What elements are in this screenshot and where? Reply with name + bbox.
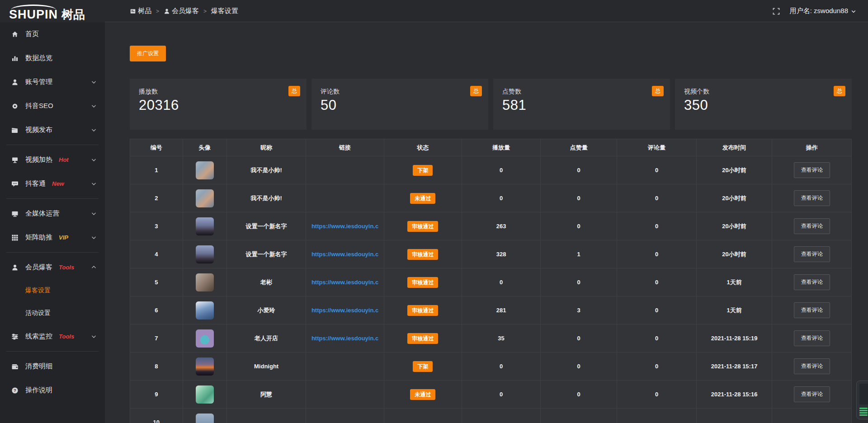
view-comments-button[interactable]: 查看评论: [794, 190, 830, 206]
sidebar-subitem-label: 活动设置: [25, 309, 51, 317]
view-comments-button[interactable]: 查看评论: [794, 246, 830, 262]
promo-settings-button[interactable]: 推广设置: [130, 46, 166, 61]
floating-widget-screen: [859, 384, 868, 404]
sidebar-subitem-baoke-settings[interactable]: 爆客设置: [0, 279, 105, 302]
chevron-down-icon: [91, 79, 97, 85]
sidebar-item-clue-monitor[interactable]: 线索监控Tools: [0, 324, 105, 348]
sidebar-item-badge: New: [52, 180, 64, 187]
stat-card: 评论数50总: [311, 79, 488, 130]
status-badge: 未通过: [410, 389, 435, 400]
table-row: 10: [130, 409, 852, 423]
cell-action: 查看评论: [772, 156, 852, 184]
sidebar-item-member-baoke[interactable]: 会员爆客Tools: [0, 255, 105, 279]
cell-nickname: 老彬: [226, 268, 306, 296]
cell-time: 1天前: [696, 268, 772, 296]
chevron-up-icon: [91, 264, 97, 270]
video-link[interactable]: https://www.iesdouyin.c: [311, 335, 378, 342]
cell-link: [306, 184, 384, 212]
member-table: 编号头像昵称链接状态播放量点赞量评论量发布时间操作 1我不是小帅!下架00020…: [130, 139, 852, 423]
avatar-sunset-sky: [196, 245, 214, 263]
breadcrumb-label: 树品: [138, 7, 151, 15]
breadcrumb-label: 会员爆客: [172, 7, 199, 15]
monitor-icon: [11, 210, 19, 217]
cell-id: 8: [130, 352, 183, 381]
table-row: 4设置一个新名字https://www.iesdouyin.c审核通过32810…: [130, 240, 852, 268]
fullscreen-icon[interactable]: [773, 8, 780, 15]
sidebar-item-matrix-boost[interactable]: 矩阵助推VIP: [0, 226, 105, 249]
floating-widget[interactable]: [856, 381, 868, 419]
breadcrumb-item-2[interactable]: 会员爆客: [164, 7, 199, 15]
breadcrumb-item-3[interactable]: 爆客设置: [211, 7, 238, 15]
view-comments-button[interactable]: 查看评论: [794, 386, 830, 402]
cell-avatar: [183, 324, 226, 352]
view-comments-button[interactable]: 查看评论: [794, 218, 830, 234]
main-content: 推广设置 播放数20316总评论数50总点赞数581总视频个数350总 编号头像…: [105, 22, 868, 423]
video-link[interactable]: https://www.iesdouyin.c: [311, 251, 378, 258]
cell-avatar: [183, 240, 226, 268]
cell-id: 7: [130, 324, 183, 352]
cell-action: 查看评论: [772, 296, 852, 324]
cell-plays: 0: [462, 352, 541, 381]
cell-action: 查看评论: [772, 352, 852, 381]
user-menu[interactable]: 用户名: zswodun88: [790, 7, 856, 15]
cell-action: 查看评论: [772, 240, 852, 268]
view-comments-button[interactable]: 查看评论: [794, 162, 830, 178]
sidebar-subitem-label: 爆客设置: [25, 287, 51, 295]
sidebar-item-data-overview[interactable]: 数据总览: [0, 46, 105, 70]
sidebar-item-consume-detail[interactable]: 消费明细: [0, 354, 105, 378]
sidebar-item-label: 抖客通: [25, 179, 46, 188]
cell-time: 1天前: [696, 296, 772, 324]
breadcrumb-item-1[interactable]: 树品: [130, 7, 151, 15]
status-badge: 审核通过: [407, 333, 438, 344]
cell-nickname: 小爱玲: [226, 296, 306, 324]
video-link[interactable]: https://www.iesdouyin.c: [311, 307, 378, 314]
total-badge: 总: [834, 86, 845, 96]
cell-link: [306, 352, 384, 381]
heat-icon: [11, 156, 19, 164]
view-comments-button[interactable]: 查看评论: [794, 274, 830, 290]
cell-nickname: 我不是小帅!: [226, 156, 306, 184]
view-comments-button[interactable]: 查看评论: [794, 358, 830, 374]
table-header-row: 编号头像昵称链接状态播放量点赞量评论量发布时间操作: [130, 139, 852, 156]
total-badge: 总: [470, 86, 482, 96]
cell-avatar: [183, 381, 226, 409]
table-wrap: 编号头像昵称链接状态播放量点赞量评论量发布时间操作 1我不是小帅!下架00020…: [130, 139, 852, 423]
avatar-green-painting: [196, 385, 214, 404]
video-link[interactable]: https://www.iesdouyin.c: [311, 279, 378, 286]
view-comments-button[interactable]: 查看评论: [794, 302, 830, 318]
cell-plays: 0: [462, 381, 541, 409]
cell-comments: 0: [617, 184, 697, 212]
sidebar-item-douketong[interactable]: 抖客通New: [0, 172, 105, 196]
table-row: 2我不是小帅!未通过00020小时前查看评论: [130, 184, 852, 212]
stat-value: 20316: [139, 97, 298, 113]
table-row: 7老人开店https://www.iesdouyin.c审核通过35002021…: [130, 324, 852, 352]
sidebar-subitem-activity-settings[interactable]: 活动设置: [0, 302, 105, 324]
cell-plays: 281: [462, 296, 541, 324]
cell-id: 10: [130, 409, 183, 423]
table-header-cell: 发布时间: [696, 139, 772, 156]
video-link[interactable]: https://www.iesdouyin.c: [311, 223, 378, 230]
sidebar-item-video-heat[interactable]: 视频加热Hot: [0, 148, 105, 172]
sidebar-item-operation-guide[interactable]: ?操作说明: [0, 378, 105, 402]
wallet-icon: [11, 363, 19, 370]
cell-time: [696, 409, 772, 423]
breadcrumb-label: 爆客设置: [211, 7, 238, 15]
table-row: 8Midnight下架0002021-11-28 15:17查看评论: [130, 352, 852, 381]
sidebar-item-account-manage[interactable]: 账号管理: [0, 70, 105, 94]
table-header-cell: 操作: [772, 139, 852, 156]
cell-avatar: [183, 156, 226, 184]
cell-link: https://www.iesdouyin.c: [306, 268, 384, 296]
sidebar-item-home[interactable]: 首页: [0, 22, 105, 46]
view-comments-button[interactable]: 查看评论: [794, 330, 830, 346]
cell-avatar: [183, 409, 226, 423]
sidebar-item-media-operation[interactable]: 全媒体运营: [0, 202, 105, 226]
sidebar-item-label: 数据总览: [25, 54, 52, 62]
sidebar-item-video-publish[interactable]: 视频发布: [0, 118, 105, 142]
cell-status: 审核通过: [384, 240, 462, 268]
sidebar-item-badge: Hot: [59, 156, 69, 163]
sidebar-item-douyin-seo[interactable]: 抖音SEO: [0, 94, 105, 118]
cell-status: 下架: [384, 352, 462, 381]
table-row: 3设置一个新名字https://www.iesdouyin.c审核通过26300…: [130, 212, 852, 240]
sidebar-item-label: 消费明细: [25, 362, 52, 371]
avatar-purple-cartoon: [196, 329, 214, 348]
